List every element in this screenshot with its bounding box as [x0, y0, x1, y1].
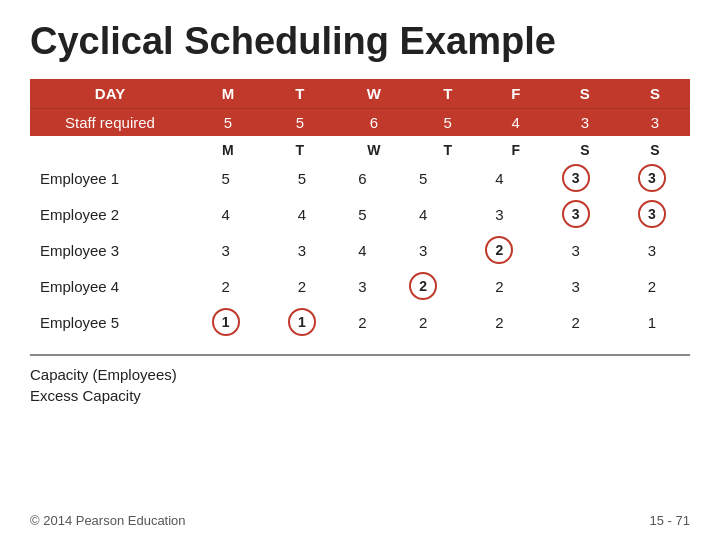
cell-value: 3 — [537, 160, 613, 196]
cell-value: 2 — [385, 268, 461, 304]
cell-value: 3 — [614, 232, 690, 268]
table-row: Employee 42232232 — [30, 268, 690, 304]
cell-value: 2 — [537, 304, 613, 340]
staff-m: 5 — [190, 109, 266, 137]
cell-value: 3 — [340, 268, 385, 304]
cell-value: 2 — [264, 268, 340, 304]
cell-value: 5 — [385, 160, 461, 196]
day-header: DAY — [30, 79, 190, 109]
cell-value: 3 — [537, 196, 613, 232]
cell-value: 4 — [264, 196, 340, 232]
cell-value: 3 — [385, 232, 461, 268]
lbl-t2: T — [414, 136, 482, 160]
cell-value: 1 — [614, 304, 690, 340]
schedule-table: DAY M T W T F S S Staff required 5 5 6 5… — [30, 79, 690, 160]
cell-value: 4 — [461, 160, 537, 196]
staff-label: Staff required — [30, 109, 190, 137]
cell-value: 2 — [340, 304, 385, 340]
copyright: © 2014 Pearson Education — [30, 513, 186, 528]
cell-value: 1 — [264, 304, 340, 340]
table-row: Employee 33343233 — [30, 232, 690, 268]
capacity-label: Capacity (Employees) — [30, 366, 690, 383]
employee-name: Employee 4 — [30, 268, 188, 304]
staff-s2: 3 — [620, 109, 690, 137]
lbl-m: M — [190, 136, 266, 160]
col-header-t2: T — [414, 79, 482, 109]
col-labels-row: M T W T F S S — [30, 136, 690, 160]
page-number: 15 - 71 — [650, 513, 690, 528]
cell-value: 3 — [461, 196, 537, 232]
cell-value: 2 — [188, 268, 264, 304]
cell-value: 2 — [461, 304, 537, 340]
cell-value: 2 — [385, 304, 461, 340]
page-title: Cyclical Scheduling Example — [30, 20, 690, 63]
excess-label: Excess Capacity — [30, 387, 690, 404]
lbl-s2: S — [620, 136, 690, 160]
col-header-t1: T — [266, 79, 334, 109]
staff-row: Staff required 5 5 6 5 4 3 3 — [30, 109, 690, 137]
cell-value: 2 — [461, 232, 537, 268]
divider — [30, 354, 690, 356]
staff-t2: 5 — [414, 109, 482, 137]
cell-value: 1 — [188, 304, 264, 340]
cell-value: 2 — [461, 268, 537, 304]
staff-f: 4 — [482, 109, 550, 137]
cell-value: 5 — [188, 160, 264, 196]
col-header-m: M — [190, 79, 266, 109]
lbl-w: W — [334, 136, 414, 160]
lbl-t1: T — [266, 136, 334, 160]
header-row: DAY M T W T F S S — [30, 79, 690, 109]
cell-value: 3 — [264, 232, 340, 268]
staff-s1: 3 — [550, 109, 620, 137]
table-row: Employee 51122221 — [30, 304, 690, 340]
cell-value: 3 — [537, 268, 613, 304]
col-header-s1: S — [550, 79, 620, 109]
cell-value: 5 — [340, 196, 385, 232]
employee-name: Employee 5 — [30, 304, 188, 340]
cell-value: 3 — [614, 196, 690, 232]
cell-value: 5 — [264, 160, 340, 196]
cell-value: 4 — [340, 232, 385, 268]
employee-name: Employee 3 — [30, 232, 188, 268]
cell-value: 4 — [385, 196, 461, 232]
lbl-f: F — [482, 136, 550, 160]
cell-value: 6 — [340, 160, 385, 196]
table-row: Employee 24454333 — [30, 196, 690, 232]
footer: © 2014 Pearson Education 15 - 71 — [30, 513, 690, 528]
cell-value: 3 — [614, 160, 690, 196]
staff-t1: 5 — [266, 109, 334, 137]
employee-table: Employee 15565433Employee 24454333Employ… — [30, 160, 690, 340]
lbl-s1: S — [550, 136, 620, 160]
employee-name: Employee 1 — [30, 160, 188, 196]
cell-value: 4 — [188, 196, 264, 232]
col-header-w: W — [334, 79, 414, 109]
col-header-f: F — [482, 79, 550, 109]
cell-value: 3 — [537, 232, 613, 268]
col-header-s2: S — [620, 79, 690, 109]
employee-name: Employee 2 — [30, 196, 188, 232]
table-row: Employee 15565433 — [30, 160, 690, 196]
cell-value: 3 — [188, 232, 264, 268]
staff-w: 6 — [334, 109, 414, 137]
cell-value: 2 — [614, 268, 690, 304]
